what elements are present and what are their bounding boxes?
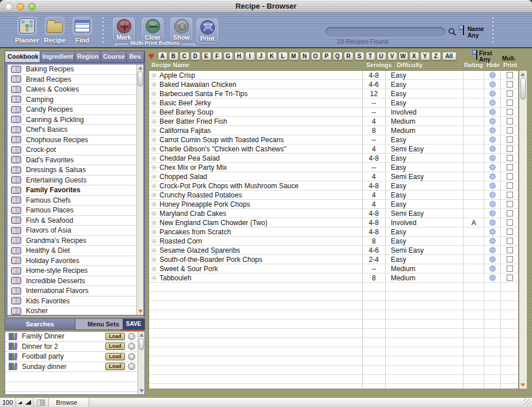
multiprint-checkbox[interactable] (507, 118, 513, 124)
cookbook-item[interactable]: Dressings & Salsas (7, 165, 143, 176)
hide-gear-icon[interactable] (489, 71, 496, 79)
cookbook-item[interactable]: Dad's Favorites (7, 155, 143, 166)
table-row[interactable]: Honey Pineapple Pork Chops4Easy (149, 200, 518, 209)
table-row[interactable]: California Fajitas8Medium (149, 126, 518, 135)
multiprint-checkbox[interactable] (507, 81, 513, 88)
alpha-key-q[interactable]: Q (333, 52, 343, 60)
alpha-key-e[interactable]: E (202, 52, 211, 60)
cookbook-item[interactable]: Famous Chefs (7, 196, 143, 206)
multiprint-checkbox[interactable] (507, 238, 513, 244)
menu-sets-scrollbar[interactable] (138, 332, 145, 394)
hide-gear-icon[interactable] (489, 265, 496, 272)
hide-gear-icon[interactable] (489, 173, 496, 180)
table-row[interactable]: Chopped Salad4Semi Easy (149, 172, 518, 181)
alpha-key-y[interactable]: Y (420, 52, 430, 60)
table-row[interactable]: Roasted Corn8Easy (149, 237, 518, 246)
filter-any-label[interactable]: Any (468, 32, 484, 39)
tab-searches[interactable]: Searches (5, 319, 75, 329)
tab-region[interactable]: Region (75, 51, 101, 62)
mark-button[interactable]: Mark (113, 17, 135, 41)
alpha-key-a[interactable]: A (158, 52, 168, 60)
table-row[interactable]: Tabbouleh8Medium (149, 273, 518, 283)
planner-button[interactable]: Planner (12, 17, 42, 44)
table-row[interactable]: Sesame Glazed Spareribs4-6Semi Easy (149, 246, 518, 255)
table-row[interactable]: Maryland Crab Cakes4-8Semi Easy (149, 209, 518, 218)
alpha-key-x[interactable]: X (409, 52, 419, 60)
scroll-up-arrow-icon[interactable] (520, 73, 525, 76)
table-row[interactable]: Beer Batter Fried Fish4Medium (149, 117, 518, 126)
alpha-key-u[interactable]: U (377, 52, 386, 60)
hide-gear-icon[interactable] (489, 154, 496, 162)
cookbook-item[interactable]: Baking Recipes (7, 64, 143, 75)
table-row[interactable]: Beef Barley Soup--Involved (149, 108, 518, 117)
alpha-key-z[interactable]: Z (431, 52, 441, 60)
save-button[interactable]: SAVE (123, 319, 145, 329)
hide-gear-icon[interactable] (489, 256, 496, 263)
alpha-key-b[interactable]: B (169, 52, 178, 60)
column-header-name[interactable]: Recipe Name (151, 62, 189, 69)
multiprint-checkbox[interactable] (507, 72, 513, 78)
scroll-up-arrow-icon[interactable] (138, 66, 143, 70)
menu-set-item[interactable]: Family DinnerLoad✕ (5, 332, 145, 342)
zoom-large-icon[interactable] (25, 400, 31, 405)
scroll-down-arrow-icon[interactable] (138, 310, 143, 313)
tab-bev[interactable]: Bev. (127, 51, 145, 62)
alpha-key-g[interactable]: G (223, 52, 233, 60)
table-row[interactable]: New England Clam Chowder (Two)4-8Involve… (149, 218, 518, 227)
menu-set-item[interactable]: Football partyLoad✕ (5, 352, 145, 362)
cookbook-item[interactable]: Chef's Basics (7, 125, 143, 135)
hide-gear-icon[interactable] (489, 237, 496, 245)
alpha-key-w[interactable]: W (398, 52, 408, 60)
zoom-button-icon[interactable] (28, 3, 36, 10)
column-header-hide[interactable]: Hide (487, 62, 500, 69)
alpha-key-n[interactable]: N (300, 52, 310, 60)
search-input[interactable] (325, 27, 445, 37)
hide-gear-icon[interactable] (489, 228, 496, 235)
remove-icon[interactable]: ✕ (128, 363, 135, 370)
multiprint-checkbox[interactable] (507, 136, 513, 143)
table-row[interactable]: Apple Crisp4-8Easy (149, 71, 518, 80)
alpha-key-t[interactable]: T (366, 52, 375, 60)
cookbook-item[interactable]: Candy Recipes (7, 105, 143, 115)
multiprint-checkbox[interactable] (507, 173, 513, 180)
remove-icon[interactable]: ✕ (128, 353, 135, 360)
multiprint-checkbox[interactable] (507, 182, 513, 189)
alpha-key-k[interactable]: K (267, 52, 277, 60)
cookbook-item[interactable]: Kosher (7, 306, 143, 317)
scroll-thumb[interactable] (138, 71, 143, 86)
multiprint-checkbox[interactable] (507, 275, 513, 281)
show-button[interactable]: Show (170, 17, 192, 41)
hide-gear-icon[interactable] (489, 182, 496, 189)
cookbook-item[interactable]: Healthy & Diet (7, 246, 143, 256)
table-row[interactable]: Sweet & Sour Pork--Medium (149, 264, 518, 273)
multiprint-checkbox[interactable] (507, 100, 513, 106)
multiprint-checkbox[interactable] (507, 90, 513, 97)
hide-gear-icon[interactable] (489, 210, 496, 217)
grid-view-icon[interactable] (37, 400, 45, 406)
multiprint-checkbox[interactable] (507, 109, 513, 115)
column-header-rating[interactable]: Rating (464, 62, 483, 69)
cookbook-item[interactable]: Bread Recipes (7, 75, 143, 85)
tab-cookbook[interactable]: Cookbook (5, 51, 40, 62)
alpha-key-c[interactable]: C (180, 52, 189, 60)
table-row[interactable]: Cheddar Pea Salad4-8Easy (149, 154, 518, 163)
hide-gear-icon[interactable] (489, 117, 496, 125)
remove-icon[interactable]: ✕ (128, 343, 135, 350)
multiprint-checkbox[interactable] (507, 127, 513, 134)
hide-gear-icon[interactable] (489, 90, 496, 97)
table-row[interactable]: Barbecued Santa Fe Tri-Tips12Easy (149, 89, 518, 98)
alpha-key-j[interactable]: J (256, 52, 266, 60)
table-scrollbar[interactable] (519, 70, 527, 389)
multiprint-checkbox[interactable] (507, 247, 513, 253)
resize-grip[interactable] (523, 398, 531, 406)
alpha-key-f[interactable]: F (212, 52, 222, 60)
alpha-key-m[interactable]: M (289, 52, 299, 60)
alpha-key-p[interactable]: P (322, 52, 332, 60)
column-header-print[interactable]: Print (503, 62, 517, 69)
close-button-icon[interactable] (5, 3, 13, 10)
scroll-down-arrow-icon[interactable] (139, 389, 144, 393)
tab-ingredient[interactable]: Ingredient (40, 51, 75, 62)
column-header-servings[interactable]: Servings (366, 62, 392, 69)
tab-menu-sets[interactable]: Menu Sets (75, 319, 123, 329)
table-row[interactable]: Pancakes from Scratch4-8Easy (149, 227, 518, 237)
